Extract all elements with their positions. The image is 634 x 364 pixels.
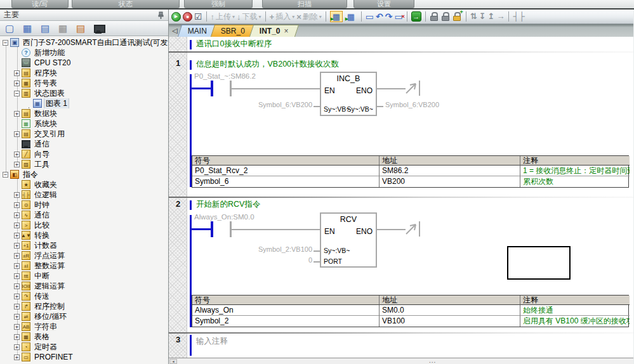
dropdown-caret-icon[interactable]: ▾ <box>292 14 294 20</box>
branch-icon[interactable]: ⇅ <box>470 11 477 22</box>
tree-item-move[interactable]: +↷传送 <box>0 291 168 301</box>
tree-toggle-plus[interactable]: + <box>14 70 20 76</box>
tree-toggle-plus[interactable]: + <box>14 81 20 86</box>
tree-toggle-plus[interactable]: + <box>14 253 20 259</box>
ribbon-group-3[interactable]: 强制 <box>184 0 253 8</box>
data-block-icon[interactable]: ▤ <box>38 22 52 34</box>
network-2-comment[interactable]: 开始新的RCV指令 <box>196 199 260 210</box>
add-lock-icon[interactable]: + <box>452 11 462 22</box>
ribbon-group-5[interactable]: 设置 <box>353 0 414 8</box>
tab-sbr_0[interactable]: SBR_0 <box>211 25 255 37</box>
tree-toggle-plus[interactable]: + <box>14 294 20 299</box>
contact-icon[interactable]: ┤├ <box>513 11 524 22</box>
tree-toggle-plus[interactable]: + <box>14 152 20 157</box>
tree-item-favorites[interactable]: ★收藏夹 <box>0 179 168 190</box>
tree-item-timer[interactable]: +◔定时器 <box>0 342 168 352</box>
tree-item-compare[interactable]: +>比较 <box>0 220 168 230</box>
goto-icon[interactable]: → <box>411 11 421 22</box>
previous-bookmark-icon[interactable]: ↶ <box>376 11 383 22</box>
horizontal-scrollbar[interactable]: ◂ ... <box>169 358 633 364</box>
tree-item-system-block[interactable]: ▦系统块 <box>0 119 168 129</box>
system-block-icon[interactable]: ▦ <box>56 22 70 34</box>
tree-item-chart[interactable]: ▦图表 1 <box>0 98 168 108</box>
tree-toggle-plus[interactable]: + <box>14 304 20 309</box>
tree-item-project[interactable]: −▣西门子S7-200SMART自由口通讯测试(可发 <box>0 37 168 48</box>
tree-toggle-plus[interactable]: + <box>14 273 20 279</box>
tree-toggle-plus[interactable]: + <box>14 162 20 167</box>
next-bookmark-icon[interactable]: ↷ <box>385 11 393 22</box>
tree-item-wizard[interactable]: +╱向导 <box>0 149 168 159</box>
tree-item-float-math[interactable]: +±R浮点运算 <box>0 250 168 261</box>
ribbon-group-2[interactable]: 状态 <box>72 0 180 8</box>
tree-item-profinet[interactable]: +▭PROFINET <box>0 352 168 362</box>
tree-toggle-minus[interactable]: − <box>3 40 8 46</box>
tree-item-cpu[interactable]: ▭CPU ST20 <box>0 58 168 68</box>
delete-button[interactable]: ×删除▾ <box>296 11 322 22</box>
program-status-icon[interactable]: ▦ <box>330 11 343 22</box>
tree-item-data-block[interactable]: +▤数据块 <box>0 108 168 119</box>
tree-item-communications[interactable]: 通信 <box>0 139 168 149</box>
tree-item-tools[interactable]: +▨工具 <box>0 159 168 169</box>
tree-toggle-plus[interactable]: + <box>14 223 20 228</box>
program-comment[interactable]: 通讯口0接收中断程序 <box>196 39 272 49</box>
lock-icon[interactable] <box>430 11 439 22</box>
cross-reference-icon[interactable]: ▤ <box>74 22 88 34</box>
scroll-left-icon[interactable]: ◂ <box>169 359 177 364</box>
insert-button[interactable]: +插入▾ <box>270 11 295 22</box>
pin-icon[interactable] <box>157 11 164 19</box>
tree-item-comm[interactable]: +ϟ通信 <box>0 210 168 220</box>
port-operand[interactable]: 0 <box>232 256 312 264</box>
tree-toggle-minus[interactable]: − <box>3 172 8 178</box>
tree-toggle-plus[interactable]: + <box>14 314 20 320</box>
tree-toggle-plus[interactable]: + <box>14 334 20 340</box>
ribbon-group-1[interactable]: 读/写 <box>11 0 69 8</box>
tree-toggle-plus[interactable]: + <box>14 202 20 208</box>
wire-right-icon[interactable]: → <box>496 11 505 22</box>
tree-item-integer-math[interactable]: +±I整数运算 <box>0 261 168 271</box>
tree-toggle-plus[interactable]: + <box>14 344 20 350</box>
tree-item-status-chart[interactable]: −▥状态图表 <box>0 88 168 98</box>
tree-toggle-plus[interactable]: + <box>14 192 20 198</box>
download-button[interactable]: ↓下载▾ <box>237 11 261 22</box>
wire-up-icon[interactable]: ↥ <box>488 11 495 22</box>
tree-toggle-plus[interactable]: + <box>14 111 20 117</box>
tree-toggle-plus[interactable]: + <box>14 283 20 289</box>
out-operand[interactable]: Symbol_6:VB200 <box>385 101 439 108</box>
network-1-comment[interactable]: 信息超时默认成功，VB200计数接收次数 <box>196 59 339 70</box>
empty-selection-box[interactable] <box>507 246 571 280</box>
tab-scroll-left-icon[interactable]: ◁ <box>172 27 177 35</box>
tree-item-counter[interactable]: ++1计数器 <box>0 240 168 250</box>
tree-toggle-plus[interactable]: + <box>14 263 20 269</box>
communications-icon[interactable] <box>91 22 105 34</box>
tree-toggle-plus[interactable]: + <box>14 243 20 249</box>
tree-item-table[interactable]: +▦表格 <box>0 332 168 342</box>
chart-status-icon[interactable]: ▦ <box>345 11 357 22</box>
stop-button[interactable]: ■ <box>183 12 192 22</box>
upload-button[interactable]: ↑上传▾ <box>211 11 235 22</box>
bookmark-icon[interactable]: ▭ <box>366 11 374 22</box>
contact-left-leg[interactable] <box>211 221 213 237</box>
clear-bookmark-icon[interactable]: ▭× <box>395 11 403 22</box>
rcv-box[interactable]: RCV EN ENO Sy~:VB~ PORT <box>320 212 377 268</box>
symbol-table-icon[interactable]: ▦ <box>20 22 34 34</box>
tree-item-cross-reference[interactable]: +▤交叉引用 <box>0 129 168 139</box>
wire-down-icon[interactable]: ↧ <box>479 11 486 22</box>
tree-item-convert[interactable]: +▲▼转换 <box>0 230 168 240</box>
tree-item-clock[interactable]: +⊙时钟 <box>0 200 168 210</box>
inc-b-box[interactable]: INC_B EN ENO Sy~:VB~ Sy~:VB~ <box>320 72 377 116</box>
tab-close-icon[interactable]: × <box>284 27 288 36</box>
partial-lock-icon[interactable] <box>441 11 451 22</box>
contact-left-leg[interactable] <box>211 81 213 96</box>
tree-item-bit-logic[interactable]: +┤├位逻辑 <box>0 190 168 200</box>
tree-toggle-plus[interactable]: + <box>14 212 20 218</box>
tree-toggle-minus[interactable]: − <box>14 91 20 96</box>
tree-toggle-plus[interactable]: + <box>14 131 20 137</box>
tree-item-symbol-table[interactable]: +▦符号表 <box>0 78 168 88</box>
tree-item-interrupt[interactable]: +ttt中断 <box>0 271 168 281</box>
tab-int_0[interactable]: INT_0× <box>249 25 298 37</box>
tree-toggle-plus[interactable]: + <box>14 324 20 330</box>
dropdown-caret-icon[interactable]: ▾ <box>232 14 235 20</box>
tree-item-shift-rotate[interactable]: +⇌移位/循环 <box>0 311 168 322</box>
dropdown-caret-icon[interactable]: ▾ <box>259 14 261 20</box>
tree-item-program-block[interactable]: +▤程序块 <box>0 68 168 78</box>
